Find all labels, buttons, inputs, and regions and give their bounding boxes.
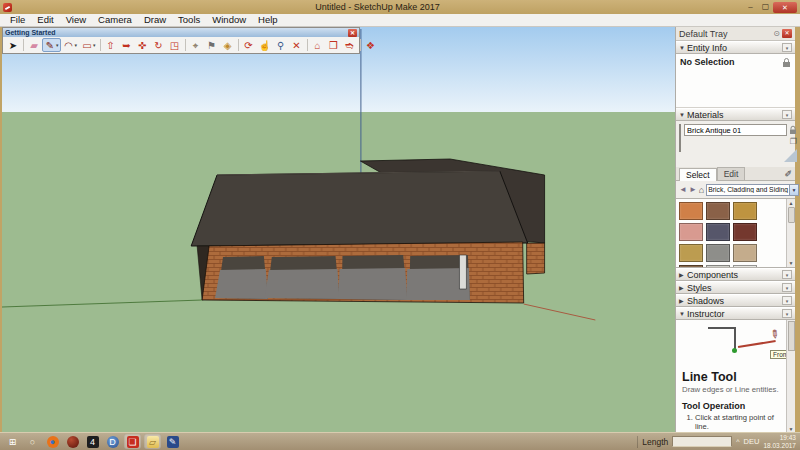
extension-warehouse-icon[interactable]: ❒ ▾ — [326, 38, 342, 52]
eyedropper-icon[interactable]: ✐ — [784, 169, 792, 179]
styles-menu-button[interactable]: ▾ — [782, 283, 792, 292]
material-name-input[interactable] — [684, 124, 787, 136]
secondary-pane-icon[interactable]: ❐ — [790, 137, 797, 146]
pushpull-tool[interactable]: ⇧ ▾ — [103, 38, 119, 52]
tape-measure-tool[interactable]: ⌖ ▾ — [188, 38, 204, 52]
scroll-down-icon[interactable]: ▼ — [789, 259, 794, 267]
close-button[interactable]: ✕ — [773, 2, 797, 13]
menu-item-tools[interactable]: Tools — [172, 14, 206, 26]
move-tool[interactable]: ✜ ▾ — [135, 38, 151, 52]
daemon-tools-icon[interactable]: D — [104, 434, 121, 449]
material-swatch[interactable] — [706, 223, 730, 241]
back-arrow-icon[interactable]: ◄ — [679, 185, 687, 194]
tray-close-icon[interactable]: ✕ — [782, 29, 792, 38]
select-tool[interactable]: ➤ ▾ — [5, 38, 21, 52]
eraser-tool[interactable]: ▰ ▾ — [26, 38, 42, 52]
3d-warehouse-icon[interactable]: ⌂ ▾ — [310, 38, 326, 52]
materials-scrollbar[interactable]: ▲ ▼ — [786, 199, 795, 267]
category-dropdown[interactable]: Brick, Cladding and Siding ▼ — [706, 184, 799, 196]
explorer-icon[interactable]: ▱ — [144, 434, 161, 449]
scroll-up-icon[interactable]: ▲ — [789, 199, 794, 207]
arc-tool[interactable]: ◠ ▾ — [61, 38, 80, 52]
app-4-icon[interactable]: 4 — [84, 434, 101, 449]
menu-item-help[interactable]: Help — [252, 14, 284, 26]
followme-tool[interactable]: ➥ ▾ — [119, 38, 135, 52]
chevron-down-icon[interactable]: ▾ — [56, 42, 59, 48]
material-swatch[interactable] — [733, 202, 757, 220]
text-tool[interactable]: ⚑ ▾ — [204, 38, 220, 52]
in-model-icon[interactable]: ⌂ — [699, 185, 704, 195]
bay-openings — [215, 255, 470, 300]
styles-header[interactable]: ▶ Styles ▾ — [676, 281, 795, 294]
lock-icon[interactable] — [789, 125, 797, 135]
search-icon[interactable]: ○ — [24, 434, 41, 449]
menu-item-draw[interactable]: Draw — [138, 14, 172, 26]
scrollbar-thumb[interactable] — [788, 321, 795, 351]
tray-expand-icon[interactable]: ^ — [736, 438, 739, 445]
menu-item-file[interactable]: File — [4, 14, 31, 26]
chevron-down-icon[interactable]: ▾ — [93, 42, 96, 48]
components-menu-button[interactable]: ▾ — [782, 270, 792, 279]
toolbar-close-icon[interactable]: ✕ — [348, 29, 357, 37]
help-center-icon[interactable]: ❖ ▾ — [363, 38, 379, 52]
shadows-header[interactable]: ▶ Shadows ▾ — [676, 294, 795, 307]
shadows-menu-button[interactable]: ▾ — [782, 296, 792, 305]
toolbar-header[interactable]: Getting Started ✕ — [3, 28, 359, 37]
start-button[interactable]: ⊞ — [4, 434, 21, 449]
material-swatch[interactable] — [733, 244, 757, 262]
components-header[interactable]: ▶ Components ▾ — [676, 268, 795, 281]
measurements-input[interactable] — [672, 436, 732, 447]
game-orb-icon[interactable] — [64, 434, 81, 449]
maximize-button[interactable]: ▢ — [758, 2, 773, 12]
forward-arrow-icon[interactable]: ► — [689, 185, 697, 194]
material-swatch[interactable] — [679, 223, 703, 241]
material-swatch[interactable] — [733, 223, 757, 241]
paint-bucket-tool[interactable]: ◈ ▾ — [220, 38, 236, 52]
zoom-extents-tool[interactable]: ✕ ▾ — [289, 38, 305, 52]
shapes-tool[interactable]: ▭ ▾ — [79, 38, 98, 52]
tray-header: Default Tray ⊙ ✕ — [676, 27, 795, 41]
tab-edit[interactable]: Edit — [717, 167, 746, 180]
material-swatch[interactable] — [679, 244, 703, 262]
system-clock[interactable]: 19:43 18.03.2017 — [763, 434, 796, 449]
material-swatch[interactable] — [706, 202, 730, 220]
editor-icon[interactable]: ✎ — [164, 434, 181, 449]
menu-item-view[interactable]: View — [60, 14, 92, 26]
rotate-tool[interactable]: ↻ ▾ — [151, 38, 167, 52]
chevron-down-icon[interactable]: ▾ — [75, 42, 78, 48]
instructor-scrollbar[interactable]: ▼ — [786, 320, 795, 432]
sketchup-icon[interactable]: ❏ — [124, 434, 141, 449]
materials-menu-button[interactable]: ▾ — [782, 110, 792, 119]
minimize-button[interactable]: – — [743, 2, 758, 12]
selection-status: No Selection — [680, 57, 782, 104]
menu-item-edit[interactable]: Edit — [31, 14, 59, 26]
sample-paint-triangle-icon[interactable] — [784, 149, 797, 162]
menu-item-window[interactable]: Window — [206, 14, 252, 26]
firefox-icon[interactable]: ● — [44, 434, 61, 449]
window-title: Untitled - SketchUp Make 2017 — [12, 2, 743, 12]
material-swatch[interactable] — [679, 202, 703, 220]
scroll-down-icon[interactable]: ▼ — [789, 426, 794, 432]
lock-icon[interactable] — [782, 57, 791, 68]
share-model-icon[interactable]: ➬ ▾ — [342, 38, 358, 52]
sketchup-window: Untitled - SketchUp Make 2017 – ▢ ✕ File… — [0, 0, 800, 450]
entity-info-menu-button[interactable]: ▾ — [782, 43, 792, 52]
expand-arrow-icon: ▶ — [679, 284, 687, 291]
zoom-tool[interactable]: ⚲ ▾ — [273, 38, 289, 52]
scrollbar-thumb[interactable] — [788, 207, 795, 223]
menu-item-camera[interactable]: Camera — [92, 14, 138, 26]
tab-select[interactable]: Select — [679, 168, 717, 181]
line-tool[interactable]: ✎ ▾ — [42, 38, 61, 52]
materials-header[interactable]: ▼ Materials ▾ — [676, 108, 795, 121]
material-swatch[interactable] — [706, 244, 730, 262]
pin-icon[interactable]: ⊙ — [773, 29, 780, 38]
instructor-menu-button[interactable]: ▾ — [782, 309, 792, 318]
viewport-canvas[interactable]: Getting Started ✕ ➤ ▾ ▰ ▾ ✎ ▾ ◠ — [2, 27, 675, 432]
instructor-header[interactable]: ▼ Instructor ▾ — [676, 307, 795, 320]
pan-tool[interactable]: ☝ ▾ — [257, 38, 273, 52]
orbit-tool[interactable]: ⟳ ▾ — [241, 38, 257, 52]
scale-tool[interactable]: ◳ ▾ — [167, 38, 183, 52]
material-preview[interactable] — [679, 124, 681, 152]
keyboard-language[interactable]: DEU — [744, 437, 760, 446]
entity-info-header[interactable]: ▼ Entity Info ▾ — [676, 41, 795, 54]
